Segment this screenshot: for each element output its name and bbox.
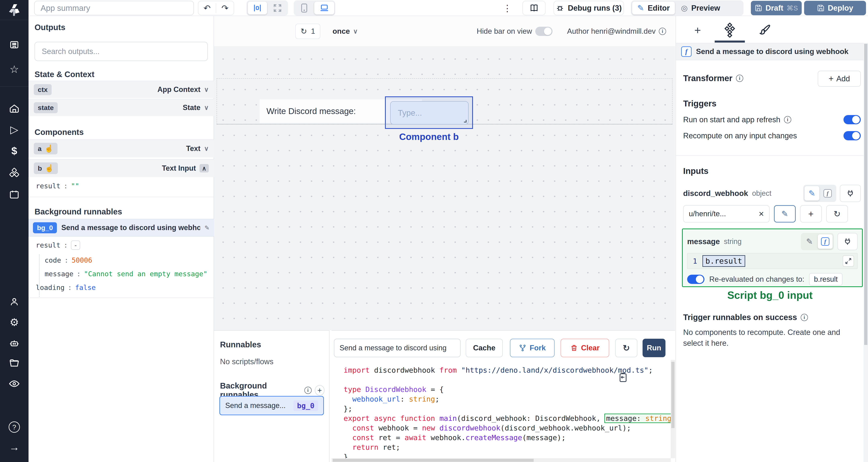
debug-runs-button[interactable]: Debug runs (3) (554, 1, 624, 15)
component-a-type: Text (186, 144, 200, 153)
eval-fx-mode[interactable]: f (818, 234, 833, 249)
windmill-logo-icon[interactable] (0, 0, 29, 20)
editor-tab[interactable]: ✎ Editor (632, 2, 675, 14)
info-icon[interactable]: i (736, 75, 743, 82)
copy-clipboard-icon[interactable] (618, 372, 629, 384)
bg0-row[interactable]: bg_0 Send a message to discord using web… (29, 219, 214, 236)
canvas-grid[interactable]: Write Discord message: Type... Component… (214, 46, 675, 330)
runnable-name-input[interactable]: Send a message to discord using (334, 339, 461, 357)
workspace-building-icon[interactable] (0, 36, 29, 54)
static-pencil-mode[interactable]: ✎ (802, 234, 817, 249)
desktop-icon[interactable] (314, 2, 334, 14)
undo-icon[interactable]: ↶ (198, 3, 216, 13)
clear-button[interactable]: Clear (561, 339, 609, 357)
docs-book-button[interactable] (522, 1, 546, 15)
collapse-sidebar-arrow-icon[interactable]: → (0, 438, 29, 456)
connect-plug-button[interactable] (837, 233, 858, 250)
refresh-code-button[interactable]: ↻ (615, 339, 637, 357)
add-runnable-button[interactable]: + (315, 385, 324, 396)
runs-play-icon[interactable]: ▷ (0, 121, 29, 138)
component-b-badge: b☝ (34, 162, 58, 174)
add-transformer-button[interactable]: + Add (818, 71, 861, 87)
audit-eye-icon[interactable] (0, 375, 29, 393)
fork-button[interactable]: Fork (510, 339, 555, 357)
text-input-component-b[interactable]: Type... (390, 101, 469, 125)
reeval-badge[interactable]: b.result (809, 273, 842, 286)
refresh-icon: ↻ (301, 27, 307, 36)
run-on-start-toggle[interactable] (843, 115, 861, 124)
cache-button[interactable]: Cache (466, 339, 503, 357)
eval-fx-mode[interactable]: f (820, 186, 835, 201)
ctx-row[interactable]: ctx App Context∨ (29, 81, 214, 98)
state-row[interactable]: state State∨ (29, 99, 214, 116)
hide-bar-toggle[interactable] (535, 27, 553, 36)
message-expression-editor[interactable]: 1 b.result (687, 253, 858, 269)
code-vertical-scrollbar[interactable] (671, 360, 675, 458)
recompute-mode-select[interactable]: once∨ (333, 24, 358, 39)
expand-editor-icon[interactable] (843, 255, 854, 267)
clear-x-icon[interactable]: × (759, 209, 764, 219)
variables-dollar-icon[interactable]: $ (0, 142, 29, 160)
chevron-down-icon: ∨ (353, 28, 358, 35)
info-icon[interactable]: i (304, 387, 312, 394)
redo-icon[interactable]: ↷ (216, 3, 234, 13)
favorites-star-icon[interactable]: ☆ (0, 60, 29, 78)
info-icon[interactable]: i (784, 116, 791, 123)
chevron-down-icon[interactable]: ∨ (204, 145, 209, 153)
deploy-button[interactable]: Deploy (804, 1, 866, 15)
background-runnables-title: Background runnables (35, 207, 122, 216)
resources-cubes-icon[interactable] (0, 164, 29, 182)
chevron-down-icon[interactable]: ∨ (204, 104, 209, 111)
code-horizontal-scrollbar[interactable] (332, 458, 671, 462)
edit-pencil-icon[interactable]: ✎ (205, 224, 210, 231)
component-settings-diamonds-tab[interactable] (721, 22, 738, 38)
expression-token[interactable]: b.result (703, 255, 745, 267)
chevron-up-icon[interactable]: ∧ (199, 164, 209, 172)
info-icon[interactable]: i (659, 28, 666, 35)
reeval-toggle[interactable] (687, 275, 705, 284)
run-button[interactable]: Run (643, 339, 665, 357)
selected-component-overlay[interactable]: Type... (385, 96, 473, 129)
styling-brush-tab[interactable] (756, 22, 773, 38)
resource-path-input[interactable]: u/henri/te... × (683, 205, 770, 223)
bg0-runnable-item[interactable]: Send a message... bg_0 (219, 396, 324, 415)
component-a-row[interactable]: a☝ Text∨ (29, 139, 214, 157)
draft-button[interactable]: Draft ⌘S (751, 1, 802, 15)
pencil-icon: ✎ (806, 237, 813, 246)
home-icon[interactable] (0, 100, 29, 118)
discord-webhook-value-row: u/henri/te... × ✎ + ↻ (683, 205, 861, 223)
mobile-icon[interactable] (295, 2, 313, 14)
author-label: Author henri@windmill.dev (567, 27, 656, 36)
input-placeholder: Type... (398, 108, 422, 118)
folders-icon[interactable] (0, 354, 29, 372)
connect-plug-button[interactable] (840, 185, 861, 202)
settings-gear-icon[interactable]: ⚙ (0, 313, 29, 331)
collapse-toggle[interactable]: - (71, 240, 80, 250)
app-summary-input[interactable]: App summary (34, 1, 194, 15)
discord-webhook-type: object (752, 189, 771, 198)
resize-handle[interactable] (464, 120, 467, 123)
schedules-calendar-icon[interactable] (0, 186, 29, 204)
workers-robot-icon[interactable] (0, 334, 29, 352)
refresh-count-box[interactable]: ↻ 1 (296, 24, 320, 39)
component-b-row[interactable]: b☝ Text Input∧ (29, 159, 214, 177)
insert-component-plus-tab[interactable]: + (689, 22, 706, 38)
settings-panel: + f Send a message to discord using webh… (676, 16, 868, 462)
help-question-icon[interactable]: ? (0, 418, 29, 436)
reeval-row: Re-evaluated on changes to: b.result (687, 273, 858, 286)
edit-resource-button[interactable]: ✎ (774, 205, 796, 223)
center-align-icon[interactable] (248, 2, 267, 14)
panel-scrollbar[interactable] (864, 43, 868, 462)
info-icon[interactable]: i (801, 314, 808, 321)
kebab-menu-icon[interactable]: ⋮ (503, 3, 512, 14)
fullscreen-icon[interactable] (268, 2, 287, 14)
add-resource-button[interactable]: + (800, 205, 822, 223)
refresh-resource-button[interactable]: ↻ (826, 205, 848, 223)
preview-tab[interactable]: ◎ Preview (676, 2, 725, 14)
chevron-down-icon[interactable]: ∨ (204, 86, 209, 93)
search-outputs-input[interactable]: Search outputs... (35, 42, 208, 61)
static-pencil-mode[interactable]: ✎ (805, 186, 819, 201)
trigger-runnables-empty: No components to recompute. Create one a… (683, 327, 860, 349)
user-person-icon[interactable] (0, 293, 29, 311)
recompute-toggle[interactable] (843, 131, 861, 140)
